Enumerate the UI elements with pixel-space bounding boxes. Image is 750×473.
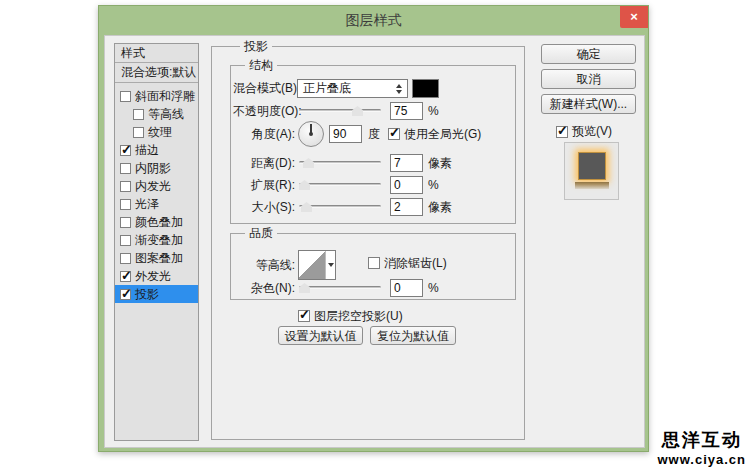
opacity-slider-thumb[interactable]	[352, 106, 363, 116]
angle-hub-icon	[309, 132, 313, 136]
angle-input[interactable]	[329, 125, 362, 143]
sidebar-item-checkbox[interactable]	[120, 235, 131, 246]
drop-shadow-panel: 投影 结构 混合模式(B): 正片叠底 不透明度(O): % 角度(A):	[211, 46, 525, 440]
layer-knockout-checkbox[interactable]	[298, 310, 310, 322]
sidebar-item-checkbox[interactable]	[120, 271, 131, 282]
spread-slider-thumb[interactable]	[299, 180, 310, 190]
quality-group: 品质 等高线: 消除锯齿(L) 杂色(N): %	[230, 233, 516, 300]
sidebar-item[interactable]: 内发光	[115, 177, 198, 195]
sidebar-item-blending-options[interactable]: 混合选项:默认	[115, 63, 198, 83]
opacity-unit: %	[428, 102, 439, 120]
sidebar-item-label: 渐变叠加	[135, 232, 183, 249]
sidebar-item-checkbox[interactable]	[120, 145, 131, 156]
sidebar-item-checkbox[interactable]	[120, 289, 131, 300]
spread-slider[interactable]	[299, 179, 381, 191]
contour-label: 等高线:	[233, 257, 295, 273]
preview-drop-shadow	[575, 182, 609, 189]
sidebar-item[interactable]: 外发光	[115, 267, 198, 285]
sidebar-item-checkbox[interactable]	[133, 109, 144, 120]
noise-slider-track[interactable]	[299, 286, 381, 289]
sidebar-item[interactable]: 图案叠加	[115, 249, 198, 267]
opacity-slider[interactable]	[299, 105, 381, 117]
distance-slider[interactable]	[299, 157, 381, 169]
size-slider[interactable]	[299, 201, 381, 213]
distance-input[interactable]	[390, 154, 423, 172]
blend-mode-value: 正片叠底	[303, 80, 351, 97]
sidebar-item-label: 颜色叠加	[135, 214, 183, 231]
sidebar-item-checkbox[interactable]	[120, 91, 131, 102]
close-icon: ×	[630, 9, 638, 24]
preview-checkbox[interactable]	[556, 126, 568, 138]
style-list-header: 样式	[115, 44, 198, 63]
reset-default-button[interactable]: 复位为默认值	[370, 326, 456, 345]
sidebar-item-checkbox[interactable]	[120, 199, 131, 210]
sidebar-item[interactable]: 斜面和浮雕	[115, 87, 198, 105]
size-slider-thumb[interactable]	[301, 202, 312, 212]
cancel-button[interactable]: 取消	[541, 69, 636, 89]
layer-style-dialog: 图层样式 × 样式 混合选项:默认 斜面和浮雕 等高线 纹理 描边 内阴影 内发…	[98, 5, 649, 452]
sidebar-item[interactable]: 描边	[115, 141, 198, 159]
structure-group: 结构 混合模式(B): 正片叠底 不透明度(O): % 角度(A): 度 使	[230, 65, 516, 224]
sidebar-item[interactable]: 投影	[115, 285, 198, 303]
contour-picker[interactable]	[298, 250, 336, 280]
sidebar-item[interactable]: 纹理	[115, 123, 198, 141]
sidebar-item[interactable]: 等高线	[115, 105, 198, 123]
sidebar-item-checkbox[interactable]	[120, 217, 131, 228]
dialog-title: 图层样式	[99, 6, 648, 35]
dialog-titlebar[interactable]: 图层样式 ×	[99, 6, 648, 35]
sidebar-item-label: 图案叠加	[135, 250, 183, 267]
sidebar-item[interactable]: 光泽	[115, 195, 198, 213]
ok-button[interactable]: 确定	[541, 44, 636, 64]
size-label: 大小(S):	[233, 199, 295, 215]
style-list-items: 斜面和浮雕 等高线 纹理 描边 内阴影 内发光 光泽 颜色叠加 渐变叠加 图案叠…	[115, 83, 198, 303]
sidebar-item-label: 内发光	[135, 178, 171, 195]
sidebar-item-label: 投影	[135, 286, 159, 303]
noise-slider-thumb[interactable]	[299, 283, 310, 293]
sidebar-item-checkbox[interactable]	[120, 163, 131, 174]
contour-thumbnail-icon	[299, 251, 326, 279]
sidebar-item-label: 等高线	[148, 106, 184, 123]
distance-slider-thumb[interactable]	[303, 158, 314, 168]
noise-slider[interactable]	[299, 282, 381, 294]
sidebar-item[interactable]: 内阴影	[115, 159, 198, 177]
set-default-button[interactable]: 设置为默认值	[278, 326, 363, 345]
new-style-button[interactable]: 新建样式(W)...	[541, 94, 636, 114]
sidebar-item-checkbox[interactable]	[120, 253, 131, 264]
size-input[interactable]	[390, 198, 423, 216]
structure-group-title: 结构	[245, 58, 277, 72]
preview-toggle[interactable]: 预览(V)	[556, 123, 612, 140]
sidebar-item-checkbox[interactable]	[120, 181, 131, 192]
close-button[interactable]: ×	[620, 6, 648, 28]
contour-dropdown-arrow[interactable]	[326, 251, 335, 279]
opacity-slider-track[interactable]	[299, 109, 381, 112]
sidebar-item-checkbox[interactable]	[133, 127, 144, 138]
blend-mode-label: 混合模式(B):	[233, 80, 295, 96]
style-list: 样式 混合选项:默认 斜面和浮雕 等高线 纹理 描边 内阴影 内发光 光泽 颜色…	[114, 43, 199, 441]
preview-layer-square	[578, 152, 606, 180]
opacity-input[interactable]	[390, 102, 423, 120]
anti-alias-label: 消除锯齿(L)	[384, 254, 447, 272]
noise-unit: %	[428, 279, 439, 297]
blend-mode-select[interactable]: 正片叠底	[297, 79, 408, 98]
angle-unit: 度	[368, 125, 380, 143]
spread-slider-track[interactable]	[299, 183, 381, 186]
anti-alias-checkbox[interactable]	[368, 257, 380, 269]
angle-label: 角度(A):	[233, 126, 295, 142]
angle-dial[interactable]	[298, 121, 324, 147]
sidebar-item[interactable]: 颜色叠加	[115, 213, 198, 231]
watermark-brand: 思洋互动	[657, 428, 746, 452]
sidebar-item-label: 斜面和浮雕	[135, 88, 195, 105]
distance-unit: 像素	[428, 154, 452, 172]
noise-input[interactable]	[390, 279, 423, 297]
layer-knockout-label: 图层挖空投影(U)	[314, 307, 403, 325]
size-unit: 像素	[428, 198, 452, 216]
watermark: 思洋互动 www.ciya.cn	[657, 428, 746, 467]
spread-input[interactable]	[390, 176, 423, 194]
sidebar-item-label: 描边	[135, 142, 159, 159]
use-global-light-checkbox[interactable]	[388, 128, 400, 140]
sidebar-item[interactable]: 渐变叠加	[115, 231, 198, 249]
shadow-color-swatch[interactable]	[412, 79, 439, 98]
sidebar-item-label: 内阴影	[135, 160, 171, 177]
watermark-url: www.ciya.cn	[657, 452, 746, 467]
distance-label: 距离(D):	[233, 155, 295, 171]
